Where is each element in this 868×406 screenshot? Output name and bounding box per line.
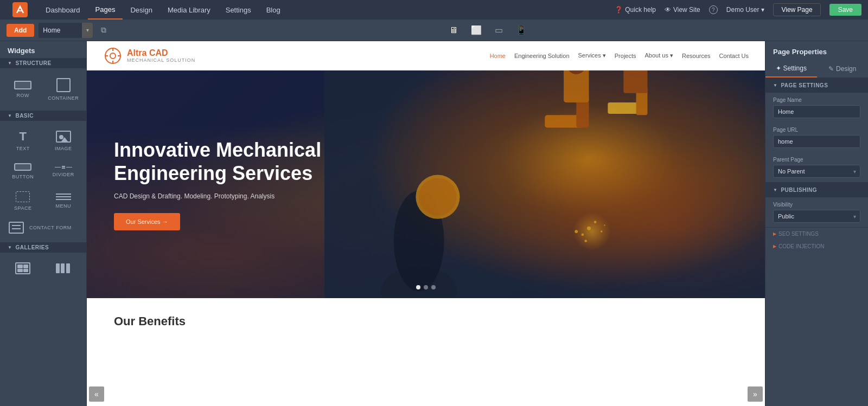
page-name-label: Page Name [773,97,860,103]
publishing-section: ▼ PUBLISHING Visibility Public ▾ [765,183,868,228]
parent-page-select[interactable]: No Parent [773,165,860,178]
main-layout: Widgets ▼ STRUCTURE ROW CONTAINER ▼ BASI… [0,41,868,406]
hero-title: Innovative Mechanical Engineering Servic… [114,138,342,185]
page-url-field-input[interactable] [773,135,860,148]
galleries-arrow: ▼ [8,245,12,250]
app-logo [7,2,34,17]
svg-point-2 [110,53,116,59]
text-widget-icon: T [20,131,27,143]
seo-label: SEO SETTINGS [778,231,819,237]
hero-subtitle: CAD Design & Drafting. Modeling. Prototy… [114,192,342,200]
space-widget-label: SPACE [14,205,31,211]
widget-text[interactable]: T TEXT [3,125,43,157]
svg-point-22 [419,178,457,216]
nav-media-library[interactable]: Media Library [160,0,218,20]
site-nav-contact[interactable]: Contact Us [719,53,749,59]
question-icon: ? [709,5,718,14]
nav-dashboard[interactable]: Dashboard [38,0,88,20]
code-label: CODE INJECTION [778,243,824,249]
widget-divider[interactable]: DIVIDER [44,158,84,185]
hero-dots [416,285,436,289]
quick-help[interactable]: ❓ Quick help [615,6,656,14]
nav-blog[interactable]: Blog [259,0,288,20]
page-name-field-input[interactable] [773,105,860,118]
publishing-header[interactable]: ▼ PUBLISHING [765,183,868,197]
top-nav: Dashboard Pages Design Media Library Set… [38,0,615,20]
hero-cta-button[interactable]: Our Services [114,213,180,230]
widget-menu[interactable]: MENU [44,186,84,216]
code-injection-section[interactable]: ▶ CODE INJECTION [765,240,868,253]
site-nav-services[interactable]: Services [578,52,606,59]
properties-panel: Page Properties ✦ Settings ✎ Design ▼ PA… [765,41,868,406]
hero-content: Innovative Mechanical Engineering Servic… [87,138,369,230]
hero-dot-1[interactable] [416,285,420,289]
hero-dot-3[interactable] [431,285,436,289]
page-name-field: Page Name [765,93,868,123]
tab-design[interactable]: ✎ Design [817,60,869,78]
seo-arrow: ▶ [773,231,776,236]
canvas-area: « » Altra CAD MECHANICAL SOLUTION [87,41,765,406]
nav-pages[interactable]: Pages [88,0,123,20]
top-bar: Dashboard Pages Design Media Library Set… [0,0,868,20]
parent-page-field: Parent Page No Parent ▾ [765,152,868,182]
code-arrow: ▶ [773,244,776,249]
structure-label: STRUCTURE [15,60,51,66]
publishing-arrow: ▼ [773,188,777,192]
site-nav-resources[interactable]: Resources [682,53,711,59]
page-settings-arrow: ▼ [773,83,777,88]
row-widget-label: ROW [17,93,30,98]
site-nav-engineering[interactable]: Engineering Solution [514,53,570,59]
tablet-portrait-icon[interactable]: ▭ [493,23,505,37]
help-circle[interactable]: ? [709,5,718,14]
toolbar: Add ▾ ⧉ 🖥 ⬜ ▭ 📱 [0,20,868,41]
desktop-icon[interactable]: 🖥 [447,23,460,37]
mobile-icon[interactable]: 📱 [514,23,529,37]
tablet-landscape-icon[interactable]: ⬜ [469,23,484,37]
seo-settings-section[interactable]: ▶ SEO SETTINGS [765,228,868,240]
widget-space[interactable]: SPACE [3,186,43,216]
site-nav-about[interactable]: About us [645,52,673,59]
widget-gallery1[interactable] [3,257,43,280]
design-tab-label: Design [836,65,856,73]
svg-rect-6 [564,70,589,102]
basic-widgets: T TEXT IMAGE BUTTON [0,121,86,242]
hero-section: Innovative Mechanical Engineering Servic… [87,70,765,298]
view-page-button[interactable]: View Page [773,3,820,16]
widgets-title: Widgets [0,41,86,58]
widget-image[interactable]: IMAGE [44,125,84,157]
hero-dot-2[interactable] [424,285,428,289]
galleries-section-header[interactable]: ▼ GALLERIES [0,242,86,253]
page-settings-header[interactable]: ▼ PAGE SETTINGS [765,78,868,93]
container-widget-label: CONTAINER [48,95,79,101]
visibility-select[interactable]: Public [773,210,860,223]
site-nav: Altra CAD MECHANICAL SOLUTION Home Engin… [87,41,765,70]
basic-section-header[interactable]: ▼ BASIC [0,111,86,121]
button-widget-icon [14,163,31,171]
widget-row[interactable]: ROW [3,73,43,106]
save-button[interactable]: Save [829,4,861,16]
image-widget-label: IMAGE [55,146,72,151]
widget-button[interactable]: BUTTON [3,158,43,185]
svg-rect-0 [12,2,28,17]
site-nav-home[interactable]: Home [490,53,506,59]
site-nav-projects[interactable]: Projects [615,53,636,59]
view-site[interactable]: 👁 View Site [665,6,700,14]
page-name-input[interactable] [39,24,82,36]
site-logo-name: Altra CAD [127,48,195,58]
nav-design[interactable]: Design [123,0,159,20]
gallery2-icon [56,263,71,273]
copy-icon[interactable]: ⧉ [97,24,110,37]
structure-section-header[interactable]: ▼ STRUCTURE [0,58,86,68]
widget-container[interactable]: CONTAINER [44,73,84,106]
page-settings-section: ▼ PAGE SETTINGS Page Name Page URL Paren… [765,78,868,183]
add-button[interactable]: Add [7,24,34,37]
widget-contact-form[interactable]: CONTACT FORM [3,217,83,238]
nav-settings[interactable]: Settings [218,0,259,20]
image-widget-icon [56,131,71,143]
widget-gallery2[interactable] [44,257,84,280]
page-selector-arrow[interactable]: ▾ [82,23,93,38]
demo-user[interactable]: Demo User ▾ [726,6,765,14]
canvas-nav-right[interactable]: » [748,386,763,402]
canvas-nav-left[interactable]: « [89,386,104,402]
tab-settings[interactable]: ✦ Settings [765,60,817,78]
